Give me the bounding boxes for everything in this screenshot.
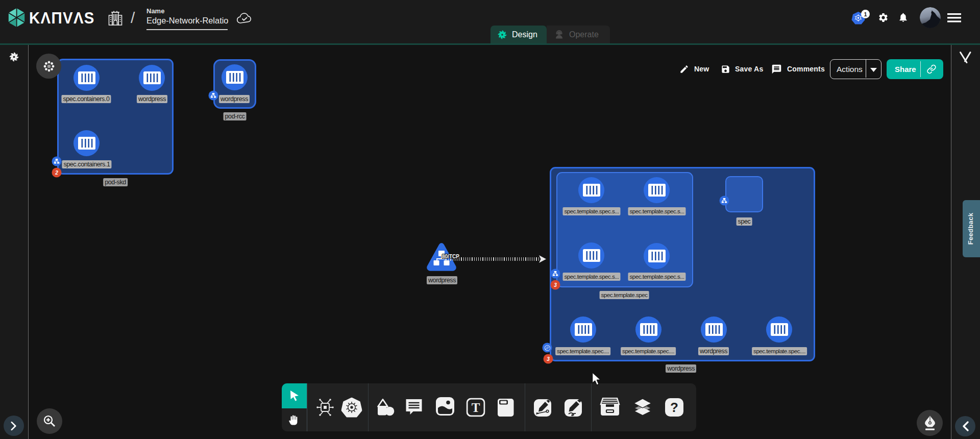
svg-text:T: T: [472, 401, 480, 414]
svg-text:?: ?: [670, 400, 678, 415]
